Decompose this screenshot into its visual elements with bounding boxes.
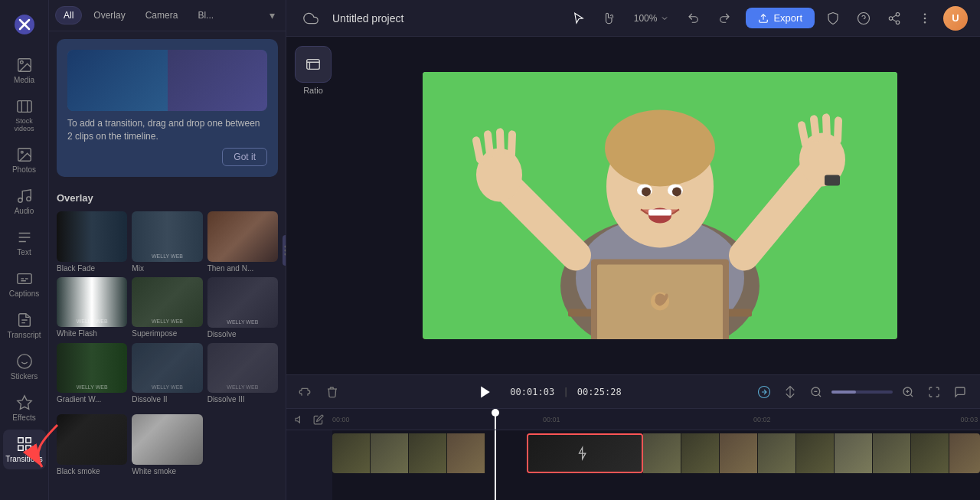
hand-tool-button[interactable] bbox=[597, 6, 622, 31]
topbar: Untitled project 100% bbox=[286, 0, 980, 37]
timeline: 00:00 00:01 00:02 00:03 bbox=[286, 408, 980, 500]
svg-line-39 bbox=[814, 119, 816, 139]
transition-gradient-w[interactable]: WELLY WEB Gradient W... bbox=[57, 343, 127, 404]
trim-tool-button[interactable] bbox=[296, 383, 314, 401]
smoke-grid: Black smoke White smoke bbox=[57, 414, 278, 475]
play-button[interactable] bbox=[473, 380, 498, 404]
label-white-flash: White Flash bbox=[57, 329, 127, 338]
clip-after bbox=[643, 433, 980, 473]
sidebar-label-stickers: Stickers bbox=[11, 372, 38, 381]
tab-bl[interactable]: Bl... bbox=[189, 6, 222, 25]
ratio-panel: Ratio bbox=[286, 37, 340, 374]
more-options-icon[interactable] bbox=[913, 6, 937, 31]
label-dissolve: Dissolve bbox=[207, 330, 278, 338]
tab-overlay[interactable]: Overlay bbox=[85, 6, 133, 25]
playhead-line bbox=[495, 409, 496, 430]
label-mix: Mix bbox=[132, 264, 202, 273]
shield-icon[interactable] bbox=[821, 6, 845, 31]
sidebar-item-audio[interactable]: Audio bbox=[3, 181, 46, 221]
tab-camera[interactable]: Camera bbox=[137, 6, 187, 25]
ratio-button[interactable] bbox=[295, 46, 332, 83]
sidebar-item-photos[interactable]: Photos bbox=[3, 140, 46, 180]
svg-point-15 bbox=[858, 12, 870, 24]
fit-screen-button[interactable] bbox=[923, 381, 945, 403]
redo-button[interactable] bbox=[712, 6, 737, 31]
sidebar-item-text[interactable]: Text bbox=[3, 223, 46, 263]
sidebar-item-media[interactable]: Media bbox=[3, 51, 46, 90]
speaker-icon[interactable] bbox=[292, 410, 308, 429]
delete-button[interactable] bbox=[323, 383, 341, 401]
transition-icon[interactable] bbox=[753, 381, 775, 403]
sidebar-label-transitions: Transitions bbox=[5, 455, 43, 463]
transition-dissolve[interactable]: WELLY WEB Dissolve bbox=[207, 277, 278, 338]
timeline-header: 00:00 00:01 00:02 00:03 bbox=[286, 409, 980, 430]
label-black-smoke: Black smoke bbox=[57, 467, 127, 475]
svg-point-2 bbox=[20, 61, 23, 64]
transition-black-fade[interactable]: Black Fade bbox=[57, 211, 127, 273]
svg-rect-8 bbox=[17, 274, 31, 284]
selected-clip[interactable] bbox=[527, 433, 643, 473]
comment-button[interactable] bbox=[949, 381, 971, 403]
time-display: 00:01:03 | 00:25:28 bbox=[510, 387, 621, 397]
thumb-dissolve-iii: WELLY WEB bbox=[207, 343, 278, 394]
thumb-gradient-w: WELLY WEB bbox=[57, 343, 127, 394]
tooltip-card: To add a transition, drag and drop one b… bbox=[57, 39, 278, 177]
share-icon[interactable] bbox=[882, 6, 906, 31]
thumb-black-fade bbox=[57, 211, 127, 262]
transition-mix[interactable]: WELLY WEB Mix bbox=[132, 211, 202, 273]
export-button[interactable]: Export bbox=[746, 8, 815, 28]
svg-rect-24 bbox=[307, 60, 320, 70]
transition-dissolve-ii[interactable]: WELLY WEB Dissolve II bbox=[132, 343, 202, 404]
transition-dissolve-iii[interactable]: WELLY WEB Dissolve III bbox=[207, 343, 278, 404]
transition-black-smoke[interactable]: Black smoke bbox=[57, 414, 127, 475]
svg-point-23 bbox=[924, 21, 926, 23]
thumb-dissolve-ii: WELLY WEB bbox=[132, 343, 202, 394]
zoom-in-button[interactable] bbox=[897, 381, 919, 403]
user-avatar[interactable]: U bbox=[943, 6, 968, 31]
svg-point-9 bbox=[17, 355, 31, 368]
svg-marker-62 bbox=[296, 416, 299, 422]
svg-marker-53 bbox=[482, 386, 491, 397]
svg-line-41 bbox=[838, 121, 838, 141]
sidebar-item-stock[interactable]: Stock videos bbox=[3, 92, 46, 139]
transition-then-now[interactable]: Then and N... bbox=[207, 211, 278, 273]
zoom-control[interactable]: 100% bbox=[628, 10, 676, 27]
zoom-slider-fill bbox=[831, 391, 856, 394]
sidebar-item-stickers[interactable]: Stickers bbox=[3, 347, 46, 387]
project-name[interactable]: Untitled project bbox=[332, 12, 557, 25]
edit-icon[interactable] bbox=[311, 410, 326, 429]
split-icon[interactable] bbox=[779, 381, 801, 403]
tabs-more-arrow[interactable]: ▾ bbox=[265, 8, 279, 23]
svg-line-40 bbox=[826, 118, 827, 138]
thumb-superimpose: WELLY WEB bbox=[132, 277, 202, 328]
preview-right-half bbox=[168, 50, 268, 111]
sidebar-item-transitions[interactable]: Transitions bbox=[3, 430, 46, 469]
select-tool-button[interactable] bbox=[567, 6, 591, 31]
label-superimpose: Superimpose bbox=[132, 329, 202, 338]
transition-white-flash[interactable]: WELLY WEB White Flash bbox=[57, 277, 127, 338]
panel: All Overlay Camera Bl... ▾ To add a tran… bbox=[49, 0, 286, 500]
undo-button[interactable] bbox=[681, 6, 706, 31]
tab-all[interactable]: All bbox=[55, 6, 82, 25]
sidebar-item-transcript[interactable]: Transcript bbox=[3, 306, 46, 345]
section-overlay-title: Overlay bbox=[57, 192, 278, 204]
svg-point-18 bbox=[896, 21, 900, 25]
playback-center: 00:01:03 | 00:25:28 bbox=[351, 380, 744, 404]
playhead-head bbox=[492, 409, 499, 417]
transition-superimpose[interactable]: WELLY WEB Superimpose bbox=[132, 277, 202, 338]
help-icon[interactable] bbox=[851, 6, 876, 31]
sidebar-item-captions[interactable]: Captions bbox=[3, 264, 46, 304]
got-it-button[interactable]: Got it bbox=[222, 148, 267, 166]
sidebar-item-effects[interactable]: Effects bbox=[3, 388, 46, 428]
svg-line-59 bbox=[910, 394, 913, 397]
label-then-now: Then and N... bbox=[207, 264, 278, 273]
svg-point-29 bbox=[605, 110, 715, 187]
svg-rect-52 bbox=[825, 175, 840, 186]
zoom-slider[interactable] bbox=[831, 391, 893, 394]
svg-point-17 bbox=[889, 16, 893, 20]
svg-point-49 bbox=[672, 188, 681, 197]
filmstrip-container bbox=[332, 433, 980, 473]
transition-white-smoke[interactable]: White smoke bbox=[132, 414, 202, 475]
zoom-out-button[interactable] bbox=[805, 381, 827, 403]
svg-line-33 bbox=[476, 141, 480, 160]
